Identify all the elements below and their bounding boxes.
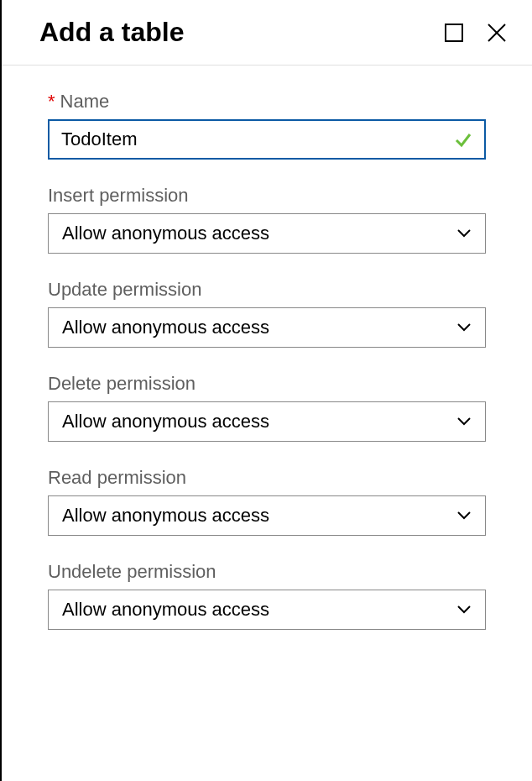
- header-controls: [445, 23, 507, 43]
- name-input[interactable]: [50, 121, 454, 158]
- read-permission-group: Read permission Allow anonymous access: [48, 467, 486, 536]
- name-input-wrapper: [48, 119, 486, 160]
- svg-rect-0: [446, 24, 462, 41]
- dialog-content: *Name Insert permission Allow anonymous …: [2, 66, 532, 680]
- read-permission-select[interactable]: Allow anonymous access: [48, 495, 486, 536]
- update-permission-value: Allow anonymous access: [62, 317, 269, 338]
- name-label-text: Name: [60, 91, 110, 112]
- dialog-title: Add a table: [39, 17, 184, 48]
- delete-permission-label: Delete permission: [48, 373, 486, 395]
- name-field-group: *Name: [48, 91, 486, 160]
- insert-permission-group: Insert permission Allow anonymous access: [48, 185, 486, 254]
- read-permission-label: Read permission: [48, 467, 486, 489]
- maximize-button[interactable]: [445, 24, 463, 42]
- delete-permission-select[interactable]: Allow anonymous access: [48, 401, 486, 442]
- chevron-down-icon: [456, 511, 472, 521]
- validation-check-icon: [454, 130, 472, 149]
- close-icon: [487, 23, 507, 43]
- undelete-permission-value: Allow anonymous access: [62, 599, 269, 621]
- chevron-down-icon: [456, 322, 472, 333]
- update-permission-select[interactable]: Allow anonymous access: [48, 307, 486, 348]
- chevron-down-icon: [456, 605, 472, 615]
- name-label: *Name: [48, 91, 486, 113]
- chevron-down-icon: [456, 417, 472, 427]
- delete-permission-value: Allow anonymous access: [62, 411, 269, 432]
- delete-permission-group: Delete permission Allow anonymous access: [48, 373, 486, 442]
- required-asterisk: *: [48, 91, 55, 112]
- close-button[interactable]: [487, 23, 507, 43]
- insert-permission-select[interactable]: Allow anonymous access: [48, 213, 486, 254]
- undelete-permission-label: Undelete permission: [48, 561, 486, 583]
- read-permission-value: Allow anonymous access: [62, 505, 269, 527]
- update-permission-label: Update permission: [48, 279, 486, 301]
- insert-permission-value: Allow anonymous access: [62, 223, 269, 244]
- maximize-icon: [445, 24, 463, 42]
- insert-permission-label: Insert permission: [48, 185, 486, 207]
- undelete-permission-group: Undelete permission Allow anonymous acce…: [48, 561, 486, 630]
- update-permission-group: Update permission Allow anonymous access: [48, 279, 486, 348]
- dialog-header: Add a table: [2, 0, 532, 66]
- undelete-permission-select[interactable]: Allow anonymous access: [48, 590, 486, 630]
- chevron-down-icon: [456, 228, 472, 238]
